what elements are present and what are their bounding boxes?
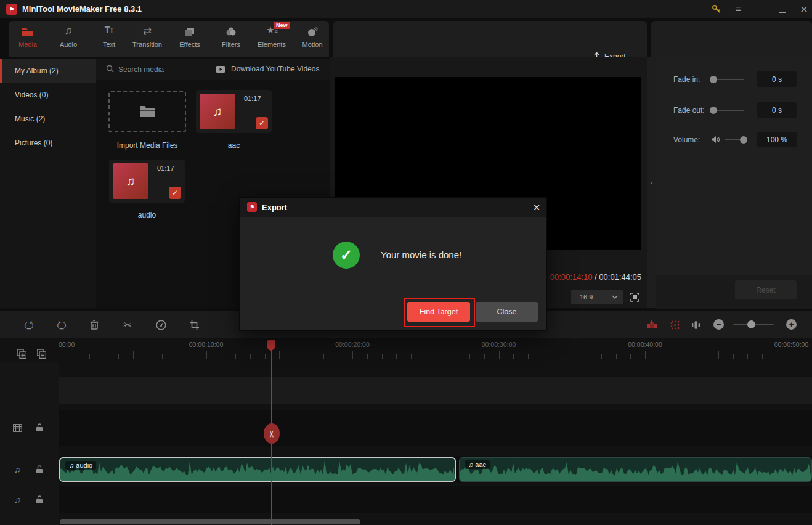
remove-track-icon [37,349,46,359]
tab-text[interactable]: TT Text [90,25,128,54]
fullscreen-icon [630,293,639,302]
ruler-tick [704,354,704,359]
video-track-icon [11,421,23,434]
panel-expander-handle[interactable]: › [647,57,656,308]
ruler-tick [382,354,383,359]
zoom-out-button[interactable]: − [713,319,724,330]
ruler-tick [558,354,558,359]
timeline-zoom-thumb[interactable] [747,320,755,328]
redo-button[interactable]: ⭮ [53,316,70,333]
tab-audio[interactable]: ♫ Audio [49,25,87,54]
crop-button[interactable] [185,316,203,333]
ruler-tick [733,354,734,359]
new-badge: New [274,22,290,29]
audio-waveform [60,458,455,481]
fade-in-value[interactable]: 0 s [757,71,797,87]
add-track-button[interactable] [16,348,27,359]
dialog-close-icon[interactable]: ✕ [529,200,544,215]
clip-label: ♫ audio [65,461,96,470]
split-button[interactable]: ✂ [119,316,136,333]
fade-out-slider-thumb[interactable] [710,107,717,114]
ruler-tick [352,351,353,359]
menu-icon[interactable]: ≡ [729,0,747,18]
track-height-button[interactable] [687,316,704,333]
media-item-audio[interactable]: ♫ 01:17 ✓ [109,160,185,203]
fade-in-slider[interactable] [713,79,744,80]
volume-slider-thumb[interactable] [740,136,747,144]
license-key-icon[interactable] [707,0,726,18]
timeline-clip-aac[interactable]: ♫ aac [459,457,812,482]
aspect-ratio-dropdown[interactable]: 16:9 [571,290,623,304]
tab-label: Audio [49,41,87,48]
export-dialog: ⚑ Export ✕ ✓ Your movie is done! Find Ta… [239,197,547,331]
playhead-split-button[interactable]: ✂ [264,423,280,444]
reset-button[interactable]: Reset [735,280,797,299]
music-property-panel: Fade in: 0 s Fade out: 0 s Volume: 100 % [656,57,812,275]
success-check-icon: ✓ [333,242,360,269]
close-button[interactable]: ✕ [795,0,812,18]
timeline-horizontal-scrollbar[interactable] [60,519,360,524]
ruler-tick [221,354,221,359]
download-youtube-button[interactable]: Download YouTube Videos [216,65,319,73]
title-bar: ⚑ MiniTool MovieMaker Free 8.3.1 ≡ — ✕ [0,0,812,18]
ruler-tick [309,354,309,359]
tab-label: Text [90,41,128,48]
fade-out-value[interactable]: 0 s [757,102,797,118]
media-folder-icon [9,25,47,39]
zoom-in-button[interactable]: + [786,319,797,330]
fade-out-slider[interactable] [713,110,744,111]
sidebar-item-my-album[interactable]: My Album (2) [0,59,96,83]
delete-button[interactable] [86,316,103,333]
playhead-handle[interactable] [267,340,275,348]
video-track-row[interactable] [59,410,812,446]
ruler-tick [162,354,163,359]
media-item-aac[interactable]: ♫ 01:17 ✓ [196,90,272,133]
fade-in-slider-thumb[interactable] [710,76,717,83]
snap-toggle-button[interactable] [666,316,683,333]
download-youtube-label: Download YouTube Videos [231,65,319,73]
tab-motion[interactable]: Motion [293,25,331,54]
ruler-tick [499,351,500,359]
ruler-tick [192,354,192,359]
find-target-button[interactable]: Find Target [407,302,470,322]
ruler-tick [616,354,617,359]
audio-waveform [460,458,811,481]
current-time: 00:00:14:10 [550,272,593,282]
add-track-icon [17,349,26,359]
tab-transition[interactable]: ⇄ Transition [128,25,166,54]
tab-effects[interactable]: Effects [171,25,209,54]
tab-media[interactable]: Media [9,25,47,54]
ruler-tick [587,354,587,359]
import-media-button[interactable] [108,91,186,132]
fullscreen-button[interactable] [628,291,641,303]
dialog-message: Your movie is done! [381,250,461,260]
audio-track-2-row[interactable] [59,486,812,513]
sidebar-item-music[interactable]: Music (2) [0,107,96,131]
sidebar-item-videos[interactable]: Videos (0) [0,83,96,107]
audio-track-2-lock-icon[interactable] [33,494,46,506]
speed-button[interactable] [152,316,169,333]
ruler-label: 00:00:30:00 [482,341,516,348]
timeline-clip-audio[interactable]: ♫ audio [59,457,456,482]
overlay-track-row[interactable] [0,377,812,404]
video-track-lock-icon[interactable] [33,421,46,434]
ruler-tick [455,354,455,359]
track-layout-button[interactable] [643,316,660,333]
volume-value[interactable]: 100 % [757,132,797,147]
audio-track-1-lock-icon[interactable] [33,463,46,476]
search-input[interactable]: Search media [118,65,164,74]
close-dialog-button[interactable]: Close [476,302,538,322]
tab-elements[interactable]: ★≡ Elements [253,25,291,54]
tab-label: Motion [293,41,331,48]
maximize-button[interactable] [773,0,792,18]
undo-button[interactable]: ⭯undo [20,316,38,333]
ruler-tick [323,354,324,359]
remove-track-button[interactable] [36,348,47,359]
player-header: Player Export [333,21,647,57]
tab-filters[interactable]: Filters [212,25,250,54]
minimize-button[interactable]: — [750,0,769,18]
ruler-tick [484,354,485,359]
app-logo-icon: ⚑ [247,202,257,212]
sidebar-item-pictures[interactable]: Pictures (0) [0,131,96,155]
speaker-icon [711,135,720,146]
